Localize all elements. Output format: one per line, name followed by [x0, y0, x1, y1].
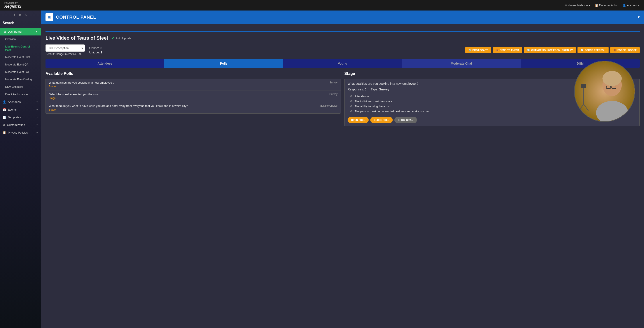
moderate-qa-label: Moderate Event QA: [5, 63, 28, 66]
sidebar-item-moderate-event-poll[interactable]: Moderate Event Poll: [0, 68, 41, 76]
send-icon: 📤: [496, 49, 499, 52]
control-panel-title: ⊞ CONTROL PANEL: [46, 13, 96, 21]
sidebar-item-customization[interactable]: ⚙ Customization ▾: [0, 121, 41, 129]
account-link[interactable]: 👤 Account ▾: [622, 4, 640, 7]
poll-row-1-content: What qualities are you seeking in a new …: [49, 81, 114, 88]
broadcast-label: BROADCAST: [472, 49, 488, 52]
linkedin-icon[interactable]: in: [18, 13, 21, 17]
twitter-icon[interactable]: 𝕏: [24, 13, 27, 17]
sidebar-item-moderate-event-chat[interactable]: Moderate Event Chat: [0, 54, 41, 61]
tab-polls[interactable]: Polls: [164, 59, 283, 68]
customization-chevron-icon: ▾: [36, 124, 38, 126]
event-panel: Live Video of Tears of Steel ✔ Auto Upda…: [41, 24, 644, 328]
doc-icon: 📋: [595, 4, 598, 7]
online-stat: Online: 0: [89, 46, 102, 50]
svg-rect-7: [583, 87, 584, 104]
open-poll-button[interactable]: OPEN POLL: [348, 117, 368, 123]
stage-opt-count-4: 0: [348, 110, 352, 113]
sidebar-item-overview[interactable]: Overview: [0, 36, 41, 43]
responses-value: 0: [365, 88, 366, 91]
poll-stage-2[interactable]: Stage: [49, 97, 99, 100]
show-graph-button[interactable]: SHOW GRA...: [394, 117, 417, 123]
tab-voting[interactable]: Voting: [283, 59, 402, 68]
poll-stage-3[interactable]: Stage: [49, 108, 188, 111]
send-to-event-button[interactable]: 📤 SEND TO EVENT: [492, 47, 522, 53]
force-logoff-button[interactable]: 🚪 FORCE LOGOFF: [610, 47, 640, 53]
sidebar-item-attendees[interactable]: 👤 Attendees ▾: [0, 98, 41, 106]
type-label: Type:: [371, 88, 378, 91]
tab-moderate-chat-label: Moderate Chat: [451, 62, 472, 65]
logo-powered-text: POWERED BY: [4, 2, 21, 4]
control-panel-title-text: CONTROL PANEL: [56, 15, 96, 20]
dashboard-chevron-icon: ▲: [36, 31, 38, 33]
interactive-tab-select-wrapper: Title Description Attendees Polls Voting…: [46, 45, 85, 52]
facebook-icon[interactable]: f: [14, 13, 15, 17]
video-stream: [575, 61, 634, 122]
poll-question-2: Select the speaker excited you the most: [49, 93, 99, 96]
moderate-chat-label: Moderate Event Chat: [5, 56, 30, 59]
sidebar-item-moderate-event-qa[interactable]: Moderate Event QA: [0, 61, 41, 68]
attendees-icon: 👤: [2, 100, 6, 104]
sidebar-item-dsm-controller[interactable]: DSM Controller: [0, 83, 41, 91]
stats-block: Online: 0 Unique: 2: [89, 46, 102, 54]
site-link[interactable]: ✉ dev.registrix.me ▾: [565, 4, 590, 7]
stage-opt-count-1: 0: [348, 95, 352, 98]
responses-label: Responses:: [348, 88, 364, 91]
search-label[interactable]: Search: [2, 21, 14, 25]
templates-label: Templates: [8, 116, 21, 119]
type-value: Survey: [379, 88, 390, 91]
poll-type-2: Survey: [320, 93, 338, 96]
poll-row-3[interactable]: What food do you want to have while you …: [46, 102, 340, 113]
change-source-button[interactable]: 🔄 CHANGE SOURCE FROM: PRIMARY: [524, 47, 576, 53]
control-panel-header: ⊞ CONTROL PANEL ▾: [41, 11, 644, 24]
stage-opt-text-3: The ability to bring there own: [354, 105, 391, 108]
broadcast-button[interactable]: 📡 BROADCAST: [465, 47, 491, 53]
sidebar-item-templates[interactable]: 📄 Templates ▾: [0, 113, 41, 121]
poll-row-2[interactable]: Select the speaker excited you the most …: [46, 90, 340, 102]
templates-icon: 📄: [2, 116, 6, 119]
documentation-link[interactable]: 📋 Documentation: [595, 4, 618, 7]
control-panel-icon: ⊞: [46, 13, 54, 21]
poll-type-1: Survey: [320, 81, 338, 84]
stage-opt-text-4: The person must be connected business an…: [354, 110, 431, 113]
poll-stage-1[interactable]: Stage: [49, 85, 114, 88]
poll-row-3-content: What food do you want to have while you …: [49, 104, 188, 111]
tab-attendees[interactable]: Attendees: [46, 59, 164, 68]
interactive-tab-select[interactable]: Title Description Attendees Polls Voting: [46, 45, 85, 52]
sidebar-item-events[interactable]: 📅 Events ▾: [0, 106, 41, 113]
top-navbar: POWERED BY Registrix ✉ dev.registrix.me …: [0, 0, 644, 11]
show-graph-label: SHOW GRA...: [398, 119, 414, 121]
control-panel-collapse-icon[interactable]: ▾: [638, 15, 640, 20]
event-subtab-active[interactable]: [46, 27, 52, 31]
sidebar-item-dashboard[interactable]: ⊞ Dashboard ▲: [0, 28, 41, 36]
main-layout: f in 𝕏 Search ⊞ Dashboard ▲ Overview Liv…: [0, 11, 644, 328]
tab-attendees-label: Attendees: [98, 62, 112, 65]
force-refresh-button[interactable]: 🔄 FORCE REFRESH: [578, 47, 608, 53]
main-tabs: Attendees Polls Voting Moderate Chat DSM: [46, 59, 640, 68]
close-poll-button[interactable]: CLOSE POLL: [370, 117, 393, 123]
sidebar-item-live-events-control-panel[interactable]: Live Events Control Panel: [0, 43, 41, 54]
sidebar-nav: ⊞ Dashboard ▲ Overview Live Events Contr…: [0, 27, 41, 137]
poll-row-1[interactable]: What qualities are you seeking in a new …: [46, 79, 340, 90]
tab-moderate-chat[interactable]: Moderate Chat: [402, 59, 521, 68]
event-title-row: Live Video of Tears of Steel ✔ Auto Upda…: [46, 35, 640, 41]
account-chevron-icon: ▾: [638, 4, 640, 7]
live-events-label: Live Events Control Panel: [5, 45, 38, 51]
customization-label: Customization: [7, 123, 25, 127]
tab-voting-label: Voting: [338, 62, 348, 65]
sidebar-item-moderate-event-voting[interactable]: Moderate Event Voting: [0, 76, 41, 83]
force-logoff-icon: 🚪: [614, 49, 616, 52]
sidebar: f in 𝕏 Search ⊞ Dashboard ▲ Overview Liv…: [0, 11, 41, 328]
sidebar-item-event-performance[interactable]: Event Performance: [0, 91, 41, 98]
content-area: ⊞ CONTROL PANEL ▾ Live Video of Tears of…: [41, 11, 644, 328]
privacy-chevron-icon: ▾: [36, 131, 38, 134]
poll-row-2-content: Select the speaker excited you the most …: [49, 93, 99, 100]
unique-stat: Unique: 2: [89, 51, 102, 54]
stage-opt-text-1: Attendence: [354, 95, 369, 98]
sidebar-item-privacy-policies[interactable]: 📋 Privacy Policies ▾: [0, 129, 41, 136]
privacy-icon: 📋: [2, 131, 6, 134]
video-placeholder: [575, 61, 634, 121]
attendees-chevron-icon: ▾: [36, 101, 38, 103]
event-performance-label: Event Performance: [5, 93, 28, 96]
stage-type: Type: Survey: [371, 88, 390, 91]
